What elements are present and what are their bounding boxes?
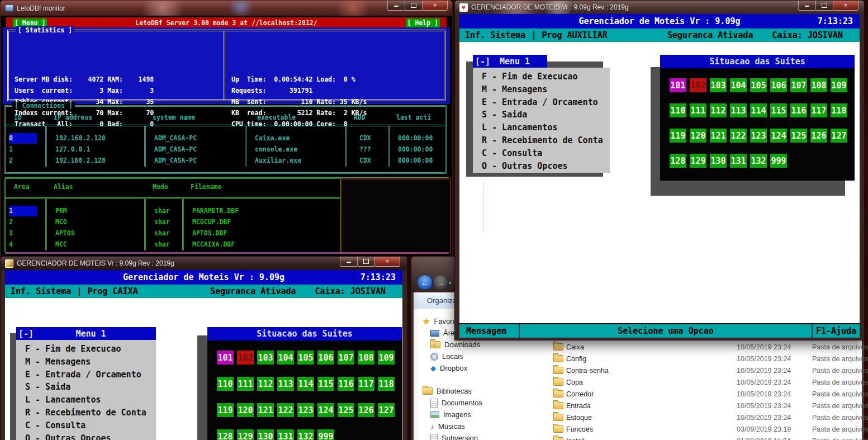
suite-cell[interactable]: 115 (770, 103, 787, 117)
suite-cell[interactable]: 104 (277, 351, 294, 365)
letodbf-titlebar[interactable]: LetoDBf monitor × (1, 1, 452, 16)
sidebar-item[interactable]: ◆ Dropbox (414, 362, 548, 374)
suite-cell[interactable]: 104 (730, 78, 747, 92)
maximize-button[interactable] (815, 1, 833, 11)
help-button[interactable]: [ Help ] (406, 18, 440, 27)
suite-cell[interactable]: 107 (338, 351, 354, 365)
maximize-button[interactable] (357, 257, 375, 267)
suite-cell[interactable]: 112 (257, 377, 274, 391)
suite-cell[interactable]: 102 (690, 78, 706, 92)
menu-item[interactable]: E - Entrada / Orcamento (473, 96, 610, 109)
suite-cell[interactable]: 101 (670, 78, 686, 92)
minimize-button[interactable] (798, 1, 816, 11)
suite-cell[interactable]: 117 (358, 377, 374, 391)
suite-cell[interactable]: 126 (358, 403, 374, 417)
file-row[interactable]: Entrada 10/05/2019 23:24 Pasta de arquiv… (553, 400, 854, 411)
maximize-button[interactable] (405, 1, 423, 11)
suite-cell[interactable]: 129 (237, 429, 254, 440)
suite-cell[interactable]: 101 (217, 351, 234, 365)
menu-collapse-control[interactable]: [-] (475, 56, 490, 67)
sidebar-item-bibliotecas[interactable]: Bibliotecas (414, 385, 548, 397)
suite-cell[interactable]: 999 (317, 429, 334, 440)
area-row[interactable]: 3 APTOS shar APTOS.DBF (6, 228, 340, 239)
suite-cell[interactable]: 122 (730, 129, 747, 143)
menu-item[interactable]: M - Mensagens (16, 356, 156, 368)
suite-cell[interactable]: 120 (237, 403, 254, 417)
suite-cell[interactable]: 127 (378, 403, 395, 417)
moteis-caixa-titlebar[interactable]: GERENCIADOR DE MOTEIS Vr : 9.09g Rev : 2… (1, 257, 407, 270)
menu-item[interactable]: M - Mensagens (473, 83, 610, 96)
suite-cell[interactable]: 108 (810, 78, 827, 92)
file-row[interactable]: Caixa 10/05/2019 23:24 Pasta de arquivos (553, 341, 854, 353)
suite-cell[interactable]: 125 (338, 403, 354, 417)
suite-cell[interactable]: 105 (750, 78, 767, 92)
moteis-auxiliar-titlebar[interactable]: ♥ GERENCIADOR DE MOTEIS Vr : 9.09g Rev :… (455, 1, 864, 14)
suite-cell[interactable]: 109 (378, 351, 395, 365)
menu-prog[interactable]: Prog AUXILIAR (542, 30, 607, 40)
suite-cell[interactable]: 130 (710, 154, 727, 168)
suite-cell[interactable]: 122 (277, 403, 294, 417)
suite-cell[interactable]: 124 (317, 403, 334, 417)
suite-cell[interactable]: 130 (257, 429, 274, 440)
suite-cell[interactable]: 126 (810, 129, 827, 143)
file-row[interactable]: Copa 10/05/2019 23:24 Pasta de arquivos (553, 376, 854, 388)
suite-cell[interactable]: 131 (277, 429, 294, 440)
suite-cell[interactable]: 132 (297, 429, 314, 440)
suite-cell[interactable]: 125 (790, 129, 807, 143)
menu-inf-sistema[interactable]: Inf. Sistema (11, 286, 71, 296)
file-row[interactable]: Funcoes 03/09/2019 23:19 Pasta de arquiv… (553, 423, 854, 435)
suite-cell[interactable]: 131 (730, 154, 747, 168)
menu-item[interactable]: F - Fim de Execucao (473, 70, 610, 83)
sidebar-item[interactable]: Imagens (414, 409, 548, 420)
suite-cell[interactable]: 999 (770, 154, 787, 168)
file-row[interactable]: Install 31/08/2019 11:34 Pasta de arquiv… (553, 435, 854, 440)
menu-inf-sistema[interactable]: Inf. Sistema (465, 30, 525, 40)
suite-cell[interactable]: 111 (690, 103, 706, 117)
suite-cell[interactable]: 106 (770, 78, 787, 92)
menu-item[interactable]: E - Entrada / Orcamento (16, 368, 156, 381)
minimize-button[interactable] (340, 257, 358, 267)
menu-item[interactable]: F - Fim de Execucao (16, 343, 156, 356)
history-dropdown-icon[interactable]: ▾ (449, 280, 452, 286)
suite-cell[interactable]: 106 (317, 351, 334, 365)
sidebar-item[interactable]: ♪ Músicas (414, 420, 548, 432)
suite-cell[interactable]: 128 (670, 154, 686, 168)
suite-cell[interactable]: 129 (690, 154, 706, 168)
sidebar-item[interactable]: Subversion (414, 432, 548, 440)
back-button[interactable]: ← (417, 275, 433, 290)
menu1-header[interactable]: [-] Menu 1 (16, 327, 156, 340)
menu-item[interactable]: C - Consulta (16, 419, 156, 432)
connection-row[interactable]: 1 127.0.0.1 ADM_CASA-PC console.exe ??? … (6, 144, 445, 155)
suite-cell[interactable]: 127 (831, 129, 847, 143)
menu-item[interactable]: R - Recebimento de Conta (473, 134, 610, 147)
suite-cell[interactable]: 113 (277, 377, 294, 391)
close-button[interactable]: × (374, 257, 400, 267)
suite-cell[interactable]: 105 (297, 351, 314, 365)
file-row[interactable]: Corredor 10/05/2019 23:24 Pasta de arqui… (553, 388, 854, 400)
suite-cell[interactable]: 114 (297, 377, 314, 391)
close-button[interactable]: × (833, 1, 858, 11)
sidebar-item[interactable]: Locais (414, 351, 548, 362)
menu1-header[interactable]: [-] Menu 1 (473, 55, 547, 68)
suite-cell[interactable]: 110 (217, 377, 234, 391)
sidebar-item[interactable]: Downloads (414, 339, 548, 351)
suite-cell[interactable]: 119 (217, 403, 234, 417)
menu-item[interactable]: O - Outras Opcoes (16, 432, 156, 440)
suite-cell[interactable]: 128 (217, 429, 234, 440)
minimize-button[interactable] (387, 1, 405, 11)
menu-item[interactable]: C - Consulta (473, 147, 610, 160)
suite-cell[interactable]: 124 (770, 129, 787, 143)
suite-cell[interactable]: 115 (317, 377, 334, 391)
suite-cell[interactable]: 119 (670, 129, 686, 143)
menu-item[interactable]: S - Saida (16, 381, 156, 394)
menu-item[interactable]: O - Outras Opcoes (473, 160, 610, 173)
menu-item[interactable]: L - Lancamentos (473, 121, 610, 134)
suite-cell[interactable]: 123 (750, 129, 767, 143)
suite-cell[interactable]: 121 (257, 403, 274, 417)
suite-cell[interactable]: 123 (297, 403, 314, 417)
file-row[interactable]: Contra-senha 10/05/2019 23:24 Pasta de a… (553, 365, 854, 376)
suite-cell[interactable]: 116 (338, 377, 354, 391)
file-row[interactable]: Config 10/05/2019 23:24 Pasta de arquivo… (553, 353, 854, 365)
close-button[interactable]: × (422, 1, 448, 11)
suite-cell[interactable]: 107 (790, 78, 807, 92)
